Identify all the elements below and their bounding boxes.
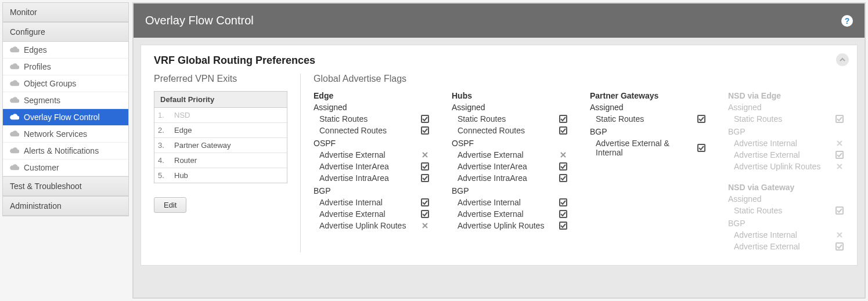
panel-title: VRF Global Routing Preferences [154,55,844,67]
sidebar-section-configure[interactable]: Configure [3,22,128,42]
main-area: Overlay Flow Control ? VRF Global Routin… [132,2,866,299]
flag-column-title: Partner Gateways [590,91,706,100]
flag-label: Advertise External [319,150,386,159]
flag-label: Advertise InterArea [458,162,527,171]
flag-column-title: Edge [314,91,430,100]
cloud-icon [10,96,19,105]
svg-rect-11 [560,211,567,217]
flag-row: Static Routes [314,113,430,125]
sidebar-item-customer[interactable]: Customer [3,159,128,176]
flag-column: Partner GatewaysAssignedStatic RoutesBGP… [590,91,706,252]
flag-row: Advertise Internal [728,229,844,241]
flag-row: Connected Routes [314,125,430,136]
x-icon [420,151,430,158]
sidebar-item-overlay-flow-control[interactable]: Overlay Flow Control [3,109,128,126]
flag-row: Advertise Internal [452,197,568,208]
priority-row[interactable]: 2.Edge [154,123,287,138]
sidebar-section-admin[interactable]: Administration [3,196,128,216]
sidebar-section-monitor[interactable]: Monitor [3,3,128,22]
sidebar-item-edges[interactable]: Edges [3,42,128,59]
check-icon [559,210,568,218]
flag-group-label: OSPF [452,139,568,148]
check-icon [559,126,568,135]
vpn-exits-section: Preferred VPN Exits Default Priority 1.N… [154,74,287,252]
priority-name: Hub [171,168,287,183]
sidebar-section-test[interactable]: Test & Troubleshoot [3,176,128,196]
svg-rect-3 [422,175,428,182]
sidebar-item-network-services[interactable]: Network Services [3,126,128,143]
check-icon [697,144,706,152]
sidebar-item-label: Network Services [24,129,87,139]
svg-rect-12 [560,222,567,229]
cloud-icon [10,113,19,122]
flag-group-label: BGP [314,186,430,195]
svg-rect-13 [698,115,705,122]
priority-name: NSD [171,108,287,122]
cloud-icon [10,146,19,155]
flag-label: Static Routes [734,114,782,124]
flag-row: Advertise InterArea [452,161,568,172]
flag-group-label: Assigned [728,103,844,112]
flag-column-title: NSD via Edge [728,91,844,100]
check-icon [559,174,568,182]
flag-label: Advertise Uplink Routes [734,162,820,171]
sidebar-item-segments[interactable]: Segments [3,92,128,109]
svg-rect-16 [836,151,843,158]
flag-label: Advertise IntraArea [458,173,527,183]
check-icon [420,126,430,135]
flag-label: Advertise InterArea [319,162,389,171]
flag-group-label: BGP [452,186,568,195]
priority-table-header: Default Priority [154,92,287,108]
sidebar-item-profiles[interactable]: Profiles [3,59,128,75]
priority-number: 4. [154,153,171,168]
flag-label: Advertise External [458,150,524,159]
check-icon [420,115,430,123]
flag-row: Advertise InterArea [314,161,430,172]
check-icon [697,115,706,123]
flag-row: Advertise External [452,208,568,220]
priority-name: Edge [171,123,287,137]
vertical-divider [300,74,301,252]
flag-label: Advertise External [734,242,800,251]
flag-column: HubsAssignedStatic RoutesConnected Route… [452,91,568,252]
priority-row[interactable]: 1.NSD [154,108,287,123]
flag-group-label: Assigned [728,194,844,204]
svg-rect-14 [698,144,705,151]
svg-rect-15 [836,115,843,122]
collapse-icon[interactable] [836,53,849,66]
sidebar-item-object-groups[interactable]: Object Groups [3,75,128,92]
sidebar-item-alerts-notifications[interactable]: Alerts & Notifications [3,143,128,159]
svg-rect-2 [422,163,428,170]
check-icon [420,210,430,218]
nsd-column-stack: NSD via EdgeAssignedStatic RoutesBGPAdve… [728,91,844,252]
page-header: Overlay Flow Control ? [134,3,865,38]
flag-column: NSD via EdgeAssignedStatic RoutesBGPAdve… [728,91,844,172]
flag-label: Advertise IntraArea [319,173,389,183]
priority-row[interactable]: 3.Partner Gateway [154,138,287,153]
flag-group-label: BGP [728,219,844,228]
svg-rect-9 [560,175,567,182]
priority-row[interactable]: 4.Router [154,153,287,168]
routing-preferences-panel: VRF Global Routing Preferences Preferred… [141,45,858,266]
priority-row[interactable]: 5.Hub [154,168,287,183]
sidebar-item-label: Object Groups [24,79,76,88]
flag-label: Advertise Internal [734,230,797,240]
svg-rect-10 [560,199,567,206]
priority-name: Router [171,153,287,168]
flag-label: Connected Routes [319,126,387,135]
flag-group-label: OSPF [314,139,430,148]
check-icon [559,222,568,230]
flag-row: Advertise External [314,149,430,161]
edit-button[interactable]: Edit [154,197,186,213]
flag-row: Advertise External [728,241,844,252]
flag-label: Advertise Uplink Routes [458,221,544,230]
flag-label: Advertise Internal [319,198,383,207]
flag-row: Advertise External [728,149,844,161]
flag-row: Connected Routes [452,125,568,136]
help-icon[interactable]: ? [841,15,853,27]
flag-label: Advertise Internal [458,198,521,207]
flag-group-label: BGP [728,127,844,136]
flag-column: NSD via GatewayAssignedStatic RoutesBGPA… [728,183,844,252]
flag-row: Static Routes [728,113,844,125]
priority-table: Default Priority 1.NSD2.Edge3.Partner Ga… [154,91,287,183]
